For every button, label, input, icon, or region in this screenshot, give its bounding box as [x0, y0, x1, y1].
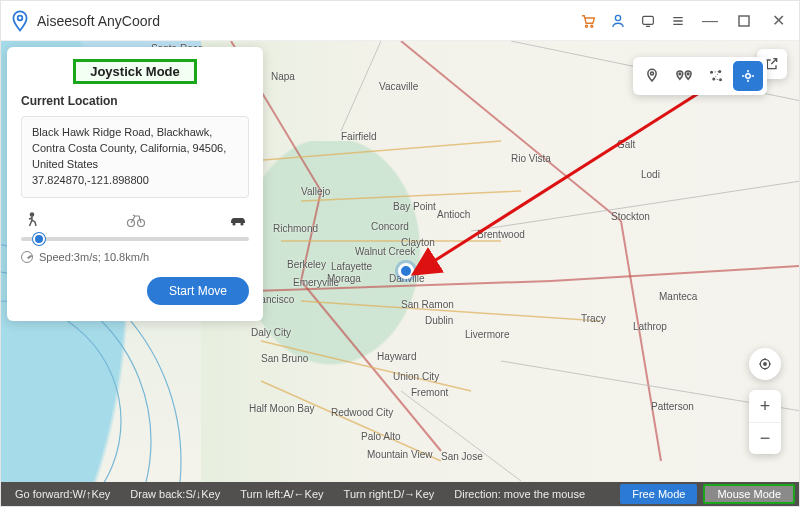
zoom-out-button[interactable]: − [749, 422, 781, 454]
speed-readout: Speed:3m/s; 10.8km/h [21, 251, 249, 263]
city-label: Tracy [581, 313, 606, 324]
bottom-hint-bar: Go forward:W/↑Key Draw back:S/↓Key Turn … [1, 482, 799, 506]
city-label: Redwood City [331, 407, 393, 418]
svg-point-40 [746, 74, 751, 79]
city-label: San Ramon [401, 299, 454, 310]
city-label: San Jose [441, 451, 483, 462]
svg-line-17 [301, 191, 521, 201]
city-label: Vacaville [379, 81, 418, 92]
svg-line-14 [401, 41, 621, 221]
svg-line-13 [551, 266, 799, 281]
city-label: Clayton [401, 237, 435, 248]
recenter-button[interactable] [749, 348, 781, 380]
svg-point-31 [232, 223, 235, 226]
svg-point-1 [585, 25, 587, 27]
speed-value: Speed:3m/s; 10.8km/h [39, 251, 149, 263]
one-stop-mode-icon[interactable] [669, 61, 699, 91]
speed-mode-row [21, 212, 249, 231]
account-icon[interactable] [609, 12, 627, 30]
svg-line-23 [471, 181, 799, 231]
maximize-button[interactable] [733, 12, 755, 30]
city-label: Hayward [377, 351, 416, 362]
app-window: Aiseesoft AnyCoord — ✕ [0, 0, 800, 507]
address-text: Black Hawk Ridge Road, Blackhawk, Contra… [32, 125, 238, 173]
city-label: Half Moon Bay [249, 403, 315, 414]
bike-icon[interactable] [126, 213, 144, 230]
start-move-button[interactable]: Start Move [147, 277, 249, 305]
modify-location-icon[interactable] [637, 61, 667, 91]
svg-point-2 [591, 25, 593, 27]
car-icon[interactable] [229, 213, 247, 229]
svg-line-26 [401, 391, 521, 481]
hint-left: Turn left:A/←Key [230, 488, 333, 500]
city-label: Stockton [611, 211, 650, 222]
speedometer-icon [21, 251, 33, 263]
svg-rect-4 [643, 16, 654, 24]
svg-point-0 [18, 15, 23, 20]
city-label: Galt [617, 139, 635, 150]
city-label: Lafayette [331, 261, 372, 272]
city-label: Union City [393, 371, 439, 382]
hint-forward: Go forward:W/↑Key [5, 488, 120, 500]
svg-point-33 [651, 72, 654, 75]
joystick-mode-icon[interactable] [733, 61, 763, 91]
walk-icon[interactable] [23, 212, 41, 231]
speed-slider-thumb[interactable] [33, 233, 45, 245]
hint-direction: Direction: move the mouse [444, 488, 595, 500]
zoom-in-button[interactable]: + [749, 390, 781, 422]
map-view[interactable]: Santa RosaNapaVacavilleFairfieldRio Vist… [1, 41, 799, 482]
titlebar: Aiseesoft AnyCoord — ✕ [1, 1, 799, 41]
city-label: Vallejo [301, 186, 330, 197]
current-location-label: Current Location [21, 94, 249, 108]
multi-stop-mode-icon[interactable] [701, 61, 731, 91]
minimize-button[interactable]: — [699, 12, 721, 30]
mouse-mode-button[interactable]: Mouse Mode [703, 484, 795, 504]
city-label: Manteca [659, 291, 697, 302]
app-title: Aiseesoft AnyCoord [37, 13, 160, 29]
svg-line-25 [341, 41, 381, 131]
city-label: Bay Point [393, 201, 436, 212]
free-mode-button[interactable]: Free Mode [620, 484, 697, 504]
svg-line-16 [251, 141, 501, 161]
zoom-control: + − [749, 390, 781, 454]
city-label: Fairfield [341, 131, 377, 142]
city-label: San Bruno [261, 353, 308, 364]
current-location-marker [398, 263, 414, 279]
city-label: Fremont [411, 387, 448, 398]
svg-point-3 [615, 15, 620, 20]
svg-rect-5 [739, 16, 749, 26]
hint-back: Draw back:S/↓Key [120, 488, 230, 500]
panel-title: Joystick Mode [73, 59, 197, 84]
svg-line-15 [621, 221, 661, 461]
city-label: Patterson [651, 401, 694, 412]
city-label: Palo Alto [361, 431, 400, 442]
speed-slider[interactable] [21, 237, 249, 241]
city-label: Dublin [425, 315, 453, 326]
svg-point-35 [687, 73, 689, 75]
city-label: Daly City [251, 327, 291, 338]
city-label: Concord [371, 221, 409, 232]
svg-line-20 [261, 341, 471, 391]
menu-icon[interactable] [669, 12, 687, 30]
app-logo-icon [11, 10, 29, 32]
city-label: Rio Vista [511, 153, 551, 164]
map-mode-toolbar [633, 57, 767, 95]
close-button[interactable]: ✕ [767, 12, 789, 30]
hint-right: Turn right:D/→Key [334, 488, 445, 500]
city-label: Lathrop [633, 321, 667, 332]
city-label: Emeryville [293, 277, 339, 288]
joystick-panel: Joystick Mode Current Location Black Haw… [7, 47, 263, 321]
coords-text: 37.824870,-121.898800 [32, 173, 238, 189]
city-label: Lodi [641, 169, 660, 180]
city-label: Berkeley [287, 259, 326, 270]
city-label: Napa [271, 71, 295, 82]
city-label: Richmond [273, 223, 318, 234]
city-label: Brentwood [477, 229, 525, 240]
cart-icon[interactable] [579, 12, 597, 30]
feedback-icon[interactable] [639, 12, 657, 30]
svg-point-42 [764, 363, 767, 366]
svg-point-34 [679, 73, 681, 75]
svg-point-32 [240, 223, 243, 226]
city-label: Mountain View [367, 449, 432, 460]
city-label: Livermore [465, 329, 509, 340]
